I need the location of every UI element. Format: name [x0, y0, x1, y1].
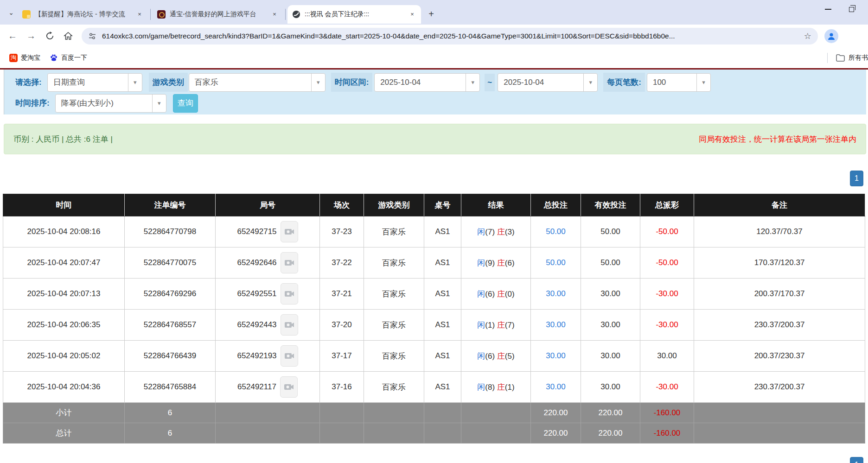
query-button[interactable]: 查询	[173, 94, 198, 113]
cell-game: 百家乐	[364, 279, 424, 310]
video-replay-button[interactable]	[281, 314, 298, 336]
per-page-select[interactable]: 100 ▾	[647, 73, 711, 92]
cell-game: 百家乐	[364, 216, 424, 247]
cell-table-no: AS1	[424, 279, 461, 310]
minimize-icon[interactable]	[825, 9, 831, 10]
cell-result: 闲(6) 庄(0)	[461, 279, 531, 310]
video-replay-button[interactable]	[281, 252, 298, 273]
col-session: 场次	[320, 194, 364, 216]
subtotal-payout: -160.00	[640, 403, 694, 423]
subtotal-row: 小计 6 220.00 220.00 -160.00	[3, 403, 865, 423]
forward-icon[interactable]: →	[25, 30, 37, 42]
close-icon[interactable]: ×	[270, 10, 279, 19]
cell-total-bet[interactable]: 30.00	[531, 279, 581, 310]
site-settings-tune-icon[interactable]	[88, 32, 96, 40]
pagination-page-1-bottom[interactable]: 1	[850, 457, 863, 463]
reload-icon[interactable]	[44, 30, 56, 42]
table-row: 2025-10-04 20:05:02 522864766439 6524921…	[3, 341, 865, 372]
window-controls	[825, 0, 868, 19]
video-replay-button[interactable]	[280, 376, 298, 398]
cell-table-no: AS1	[424, 216, 461, 247]
cell-valid-bet: 30.00	[581, 310, 640, 341]
video-replay-button[interactable]	[281, 221, 298, 242]
cell-result: 闲(6) 庄(5)	[461, 341, 531, 372]
cell-total-bet[interactable]: 50.00	[531, 216, 581, 247]
cell-note: 200.37/170.37	[694, 279, 865, 310]
cell-total-bet[interactable]: 50.00	[531, 247, 581, 279]
cell-round-no: 652492193	[216, 341, 320, 372]
cell-round-no: 652492715	[216, 216, 320, 247]
bookmark-baidu[interactable]: 百度一下	[50, 54, 87, 62]
cell-payout: -50.00	[640, 247, 694, 279]
url-bar[interactable]: 614oxkc3.com/game/betrecord_search/kind3…	[82, 28, 818, 44]
col-bet-no: 注单编号	[125, 194, 216, 216]
cell-table-no: AS1	[424, 372, 461, 403]
tab-search-chevron-icon[interactable]: ⌄	[5, 6, 18, 19]
tab-haiyan-forum[interactable]: 【新提醒】海燕论坛 - 博学交流 ×	[18, 5, 148, 24]
close-icon[interactable]: ×	[135, 10, 144, 19]
url-text[interactable]: 614oxkc3.com/game/betrecord_search/kind3…	[102, 32, 799, 40]
cell-result: 闲(9) 庄(6)	[461, 247, 531, 279]
tab-tongbao[interactable]: 通宝-信誉最好的网上游戏平台 ×	[153, 5, 283, 24]
filter-label-time-range: 时间区间:	[331, 73, 373, 92]
table-header: 时间 注单编号 局号 场次 游戏类别 桌号 结果 总投注 有效投注 总派彩 备注	[3, 194, 865, 216]
pagination-page-1-top[interactable]: 1	[850, 171, 863, 186]
video-replay-button[interactable]	[281, 345, 298, 367]
total-payout: -160.00	[640, 423, 694, 444]
bookmark-star-icon[interactable]: ☆	[804, 31, 811, 41]
cell-bet-no: 522864770798	[125, 216, 216, 247]
restore-icon[interactable]	[849, 7, 854, 12]
col-total-bet: 总投注	[531, 194, 581, 216]
back-icon[interactable]: ←	[6, 30, 19, 42]
cell-payout: 30.00	[640, 341, 694, 372]
total-row: 总计 6 220.00 220.00 -160.00	[3, 423, 865, 444]
cell-session: 37-17	[320, 341, 364, 372]
profile-avatar[interactable]	[824, 29, 838, 43]
time-sort-select[interactable]: 降幂(由大到小) ▾	[55, 94, 166, 113]
total-total-bet: 220.00	[531, 423, 581, 444]
subtotal-valid-bet: 220.00	[581, 403, 640, 423]
cell-total-bet[interactable]: 30.00	[531, 310, 581, 341]
cell-valid-bet: 30.00	[581, 279, 640, 310]
tab-bet-records-active[interactable]: :::视讯 会员下注纪录::: ×	[287, 5, 421, 24]
total-label: 总计	[3, 423, 125, 444]
game-kind-select[interactable]: 百家乐 ▾	[189, 73, 326, 92]
col-time: 时间	[3, 194, 125, 216]
cell-valid-bet: 30.00	[581, 372, 640, 403]
filter-label-sort: 时间排序:	[12, 94, 53, 113]
close-icon[interactable]: ×	[408, 10, 416, 19]
cell-table-no: AS1	[424, 247, 461, 279]
cell-total-bet[interactable]: 30.00	[531, 372, 581, 403]
video-replay-button[interactable]	[281, 283, 298, 304]
cell-note: 170.37/120.37	[694, 247, 865, 279]
date-mode-select[interactable]: 日期查询 ▾	[47, 73, 142, 92]
cell-table-no: AS1	[424, 341, 461, 372]
cell-game: 百家乐	[364, 341, 424, 372]
tab-title: :::视讯 会员下注纪录:::	[305, 10, 404, 19]
all-bookmarks[interactable]: 所有书	[827, 47, 868, 68]
bookmark-taobao[interactable]: 淘 爱淘宝	[9, 54, 40, 62]
same-round-notice: 同局有效投注，统一计算在该局第一张注单内	[699, 134, 856, 145]
range-tilde: ~	[485, 74, 495, 91]
bookmarks-divider	[827, 53, 828, 63]
col-note: 备注	[694, 194, 865, 216]
cell-time: 2025-10-04 20:07:47	[3, 247, 125, 279]
cell-total-bet[interactable]: 30.00	[531, 341, 581, 372]
new-tab-button[interactable]: +	[425, 8, 438, 21]
tab-divider	[285, 9, 286, 20]
date-start-select[interactable]: 2025-10-04 ▾	[374, 73, 480, 92]
cell-session: 37-22	[320, 247, 364, 279]
col-result: 结果	[461, 194, 531, 216]
cell-round-no: 652492551	[216, 279, 320, 310]
cell-note: 230.37/200.37	[694, 372, 865, 403]
date-end-select[interactable]: 2025-10-04 ▾	[498, 73, 598, 92]
tab-divider	[150, 9, 151, 20]
tab-strip: ⌄ 【新提醒】海燕论坛 - 博学交流 × 通宝-信誉最好的网上游戏平台 × ::…	[0, 0, 868, 25]
cell-table-no: AS1	[424, 310, 461, 341]
home-icon[interactable]	[62, 30, 74, 42]
browser-toolbar: ← → 614oxkc3.com/game/betrecord_search/k…	[0, 25, 868, 47]
browser-window: ⌄ 【新提醒】海燕论坛 - 博学交流 × 通宝-信誉最好的网上游戏平台 × ::…	[0, 0, 868, 463]
cell-bet-no: 522864769296	[125, 279, 216, 310]
tab-title: 通宝-信誉最好的网上游戏平台	[170, 10, 267, 19]
cell-session: 37-20	[320, 310, 364, 341]
